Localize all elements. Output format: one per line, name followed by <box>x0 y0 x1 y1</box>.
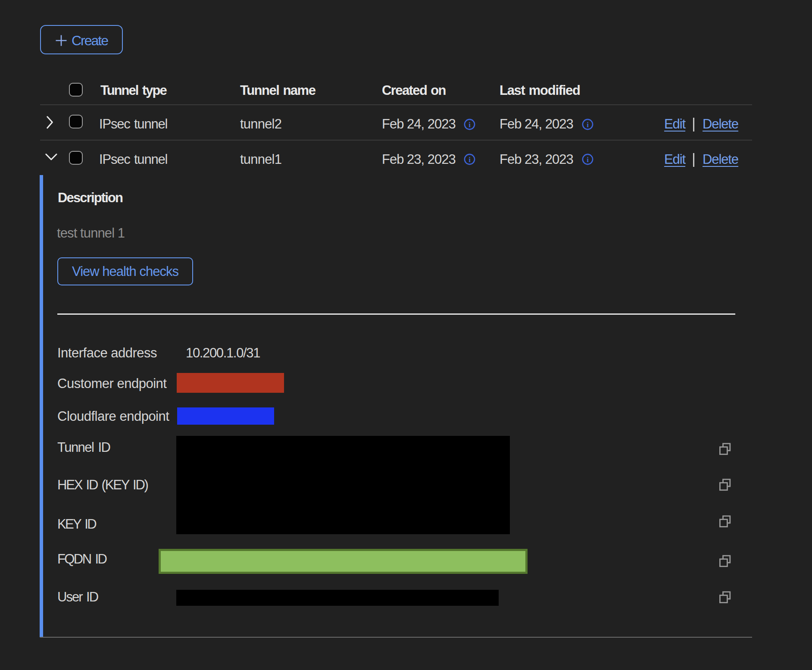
svg-text:i: i <box>587 156 589 164</box>
svg-text:i: i <box>468 121 471 129</box>
svg-text:i: i <box>468 156 471 164</box>
svg-text:i: i <box>587 121 589 129</box>
